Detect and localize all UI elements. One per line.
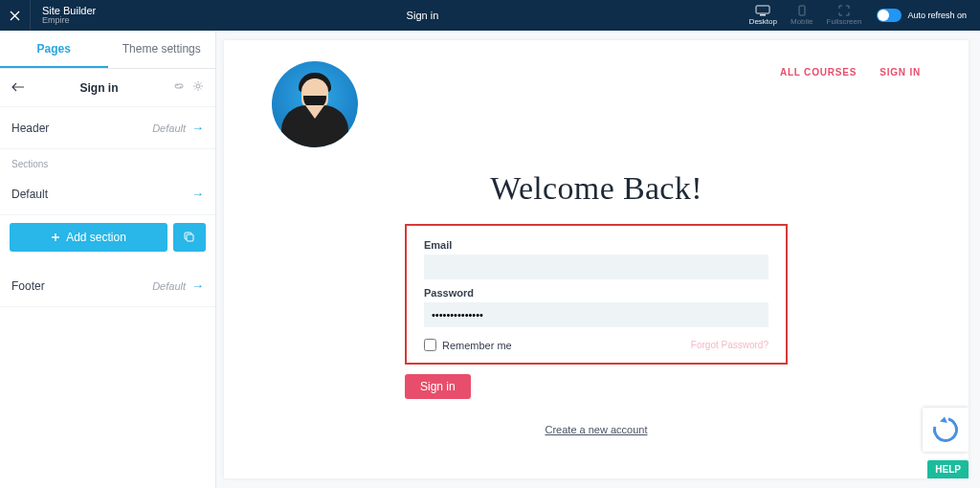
app-title-block: Site Builder Empire [31,5,96,26]
device-desktop[interactable]: Desktop [749,5,777,26]
auto-refresh-toggle[interactable]: Auto refresh on [877,9,967,22]
add-section-row: Add section [0,215,215,259]
preview-header: ALL COURSES SIGN IN [272,61,921,147]
remember-checkbox[interactable] [424,339,436,351]
top-bar: Site Builder Empire Sign in Desktop Mobi… [0,0,980,31]
arrow-right-icon: → [191,121,204,135]
tab-theme-settings[interactable]: Theme settings [108,31,216,68]
page-title: Sign in [96,10,748,21]
arrow-right-icon: → [191,187,204,201]
section-default[interactable]: Default → [0,173,215,215]
page-selector-row: Sign in [0,69,215,107]
preview-canvas: ALL COURSES SIGN IN Welcome Back! Email … [224,40,969,478]
section-footer-tag: Default [152,280,186,292]
create-account-link[interactable]: Create a new account [272,424,921,435]
device-mobile[interactable]: Mobile [791,5,813,26]
svg-rect-4 [187,234,193,241]
gear-icon[interactable] [192,80,204,95]
device-fullscreen[interactable]: Fullscreen [827,5,862,26]
close-icon [10,11,20,21]
toggle-label: Auto refresh on [907,11,967,20]
section-footer-label: Footer [11,279,45,293]
section-footer[interactable]: Footer Default→ [0,265,215,307]
remember-row: Remember me Forgot Password? [424,339,768,351]
mobile-icon [798,5,806,16]
toggle-switch[interactable] [877,9,902,22]
nav-links: ALL COURSES SIGN IN [780,61,921,78]
section-default-label: Default [11,188,48,201]
recaptcha-icon [928,412,963,447]
svg-rect-1 [760,14,766,16]
copy-icon [184,232,195,243]
sections-heading: Sections [0,149,215,173]
avatar[interactable] [272,61,358,147]
section-template-button[interactable] [173,223,206,252]
arrow-left-icon [11,82,25,92]
signin-form: Email Password Remember me Forgot Passwo… [405,224,788,365]
section-header-tag: Default [152,122,186,134]
desktop-icon [755,5,770,16]
help-button[interactable]: HELP [927,460,969,478]
svg-point-3 [196,84,200,88]
password-field[interactable] [424,302,768,327]
section-header-label: Header [11,122,49,135]
nav-sign-in[interactable]: SIGN IN [880,67,921,78]
back-button[interactable] [11,81,25,95]
arrow-right-icon: → [191,278,204,293]
preview-area: ALL COURSES SIGN IN Welcome Back! Email … [216,31,980,488]
fullscreen-icon [838,5,850,16]
section-header[interactable]: Header Default→ [0,107,215,149]
svg-rect-0 [756,6,769,13]
app-subtitle: Empire [42,16,96,26]
email-label: Email [424,239,768,251]
sidebar-tabs: Pages Theme settings [0,31,215,69]
device-switcher: Desktop Mobile Fullscreen [749,5,862,26]
email-field[interactable] [424,255,768,279]
hero-heading: Welcome Back! [272,170,921,207]
plus-icon [51,233,60,242]
sidebar: Pages Theme settings Sign in Header Defa… [0,31,216,488]
recaptcha-badge[interactable] [923,408,969,452]
remember-label: Remember me [442,340,512,351]
current-page-name: Sign in [33,81,166,95]
nav-all-courses[interactable]: ALL COURSES [780,67,857,78]
close-button[interactable] [0,0,31,31]
svg-rect-2 [799,6,805,15]
signin-button[interactable]: Sign in [405,374,471,399]
link-icon[interactable] [173,80,185,95]
password-label: Password [424,287,768,299]
forgot-password-link[interactable]: Forgot Password? [691,340,768,350]
tab-pages[interactable]: Pages [0,31,108,68]
add-section-button[interactable]: Add section [10,223,167,252]
